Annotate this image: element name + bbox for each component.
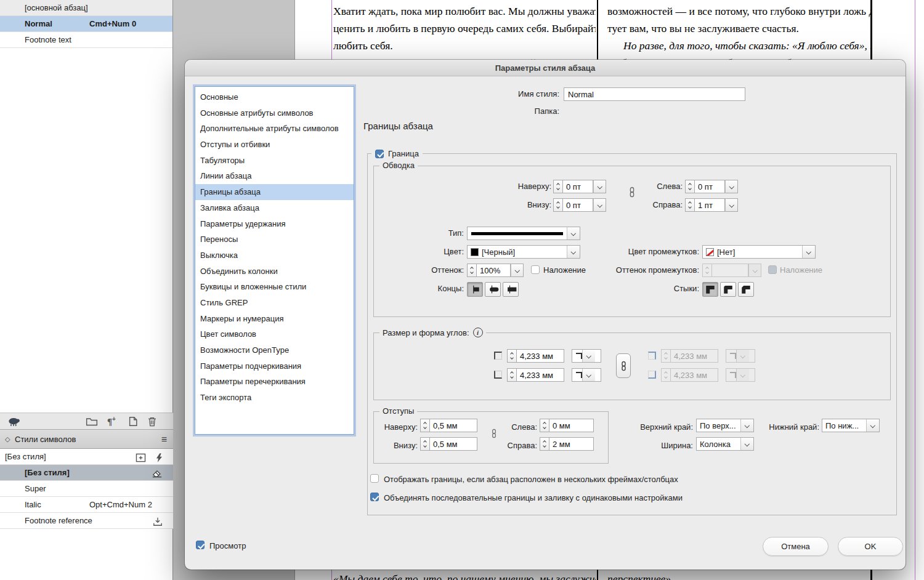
category-item[interactable]: Основные [195,89,354,105]
category-item[interactable]: Заливка абзаца [195,200,354,216]
category-item[interactable]: Объединить колонки [195,264,354,280]
display-borders-checkbox[interactable] [370,474,379,483]
category-item[interactable]: Маркеры и нумерация [195,311,354,327]
gap-overprint-label: Наложение [780,264,822,277]
stroke-right-field[interactable]: 1 пт [694,198,725,212]
cancel-button[interactable]: Отмена [763,537,829,556]
category-item[interactable]: Параметры подчеркивания [195,358,354,374]
category-item[interactable]: Табуляторы [195,153,354,169]
chevron-down-icon[interactable] [567,246,580,258]
character-style-row[interactable]: [Без стиля] [0,449,173,465]
chevron-down-icon[interactable] [582,369,595,381]
stepper-arrows[interactable] [553,180,562,193]
stroke-type-dropdown[interactable] [467,227,580,240]
stepper-arrows[interactable] [685,198,694,212]
stepper-arrows[interactable] [420,419,429,432]
width-dropdown[interactable]: Колонка [696,437,754,451]
chevron-down-icon[interactable] [593,198,606,212]
corner-tl-field[interactable]: 4,233 мм [516,349,564,363]
join-bevel-button[interactable] [738,282,754,297]
link-offsets-icon[interactable] [489,429,499,440]
chevron-down-icon[interactable] [582,350,595,362]
override-highlight-icon[interactable] [7,417,21,429]
category-item[interactable]: Буквицы и вложенные стили [195,279,354,295]
stroke-color-dropdown[interactable]: [Черный] [467,245,580,259]
chevron-down-icon[interactable] [567,227,580,240]
category-item[interactable]: Линии абзаца [195,168,354,184]
panel-collapse-icon[interactable]: ◇ [5,430,10,449]
category-item[interactable]: Дополнительные атрибуты символов [195,121,354,137]
panel-menu-icon[interactable]: ≡ [161,430,167,449]
stepper-arrows[interactable] [507,368,516,382]
style-name-input[interactable] [564,87,745,101]
chevron-down-icon[interactable] [511,264,524,277]
offset-left-field[interactable]: 0 мм [549,419,594,432]
offset-right-field[interactable]: 2 мм [549,437,594,451]
character-style-row[interactable]: Super [0,481,173,497]
delete-style-trash-icon[interactable] [147,416,157,429]
style-group-folder-icon[interactable] [86,417,98,429]
paragraph-style-row[interactable]: [основной абзац] [0,0,172,16]
corner-bl-field[interactable]: 4,233 мм [516,368,564,382]
stepper-arrows[interactable] [685,180,694,193]
offset-bottom-field[interactable]: 0,5 мм [429,437,477,451]
ok-button[interactable]: OK [838,537,903,556]
character-style-row[interactable]: Italic Opt+Cmd+Num 2 [0,497,173,513]
border-checkbox[interactable] [375,150,384,158]
chevron-down-icon[interactable] [866,419,879,432]
chevron-down-icon[interactable] [593,180,606,193]
stroke-top-field[interactable]: 0 пт [562,180,593,193]
tint-field[interactable]: 100% [476,264,511,277]
character-style-row-selected[interactable]: [Без стиля] [0,465,173,481]
corner-tl-shape-dropdown[interactable] [572,349,601,363]
stroke-left-field[interactable]: 0 пт [694,180,725,193]
link-corners-button[interactable] [616,353,631,378]
stepper-arrows[interactable] [540,419,549,432]
clear-overrides-icon[interactable]: ¶+ [107,416,116,427]
bottom-edge-dropdown[interactable]: По ниж... [822,419,880,432]
chevron-down-icon[interactable] [740,438,753,450]
category-item[interactable]: Параметры перечеркивания [195,374,354,390]
offset-top-field[interactable]: 0,5 мм [429,419,477,432]
category-item[interactable]: Переносы [195,232,354,248]
category-item[interactable]: Цвет символов [195,326,354,342]
category-item[interactable]: Отступы и отбивки [195,137,354,153]
stepper-arrows[interactable] [507,349,516,363]
chevron-down-icon[interactable] [725,198,738,212]
stepper-arrows[interactable] [553,198,562,212]
character-styles-panel-header[interactable]: ◇ Стили символов ≡ [0,430,173,449]
stepper-arrows[interactable] [467,264,476,277]
preview-checkbox[interactable] [196,541,205,549]
category-item[interactable]: Основные атрибуты символов [195,105,354,121]
gap-color-dropdown[interactable]: [Нет] [702,245,816,259]
cap-square-button[interactable] [503,282,519,297]
stroke-bottom-field[interactable]: 0 пт [562,198,593,212]
category-item[interactable]: Теги экспорта [195,390,354,406]
link-stroke-values-icon[interactable] [626,187,638,199]
category-item[interactable]: Выключка [195,248,354,264]
corner-bl-shape-dropdown[interactable] [572,368,601,382]
load-style-icon[interactable] [153,516,163,531]
stepper-arrows[interactable] [540,437,549,451]
chevron-down-icon[interactable] [725,180,738,193]
category-item[interactable]: Возможности OpenType [195,342,354,358]
character-style-row[interactable]: Footnote reference [0,513,173,529]
overprint-checkbox[interactable] [531,265,540,274]
category-item-selected[interactable]: Границы абзаца [195,184,354,200]
category-item[interactable]: Стиль GREP [195,295,354,311]
info-icon[interactable]: i [473,328,483,337]
chevron-down-icon[interactable] [802,246,815,258]
stepper-arrows[interactable] [420,437,429,451]
merge-borders-checkbox[interactable] [370,493,379,501]
category-item[interactable]: Параметры удержания [195,216,354,232]
paragraph-style-row[interactable]: Footnote text [0,32,172,48]
margin-guide-right [915,0,915,580]
top-edge-dropdown[interactable]: По верх... [696,419,754,432]
cap-butt-button[interactable] [467,282,483,297]
paragraph-style-row-selected[interactable]: Normal Cmd+Num 0 [0,16,172,32]
join-miter-button[interactable] [702,282,718,297]
new-style-icon[interactable] [128,416,139,429]
style-shortcut: Cmd+Num 0 [89,16,136,31]
join-round-button[interactable] [720,282,736,297]
cap-round-button[interactable] [485,282,501,297]
